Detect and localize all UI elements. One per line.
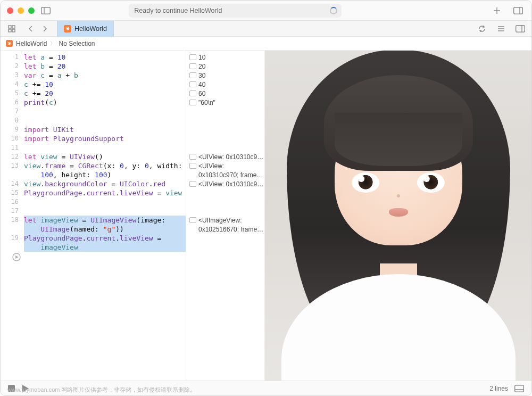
tab-helloworld[interactable]: HelloWorld	[57, 21, 114, 37]
add-icon[interactable]	[490, 5, 504, 16]
code-line[interactable]: 6print(c)	[1, 98, 186, 107]
code-line[interactable]: 12let view = UIView()	[1, 152, 186, 161]
result-line[interactable]	[186, 107, 264, 116]
code-content[interactable]	[24, 116, 186, 125]
result-line[interactable]: <UIView: 0x10310c97…	[186, 179, 264, 188]
code-line[interactable]: 2let b = 20	[1, 62, 186, 71]
code-content[interactable]: let b = 20	[24, 62, 186, 71]
code-content[interactable]: import UIKit	[24, 125, 186, 134]
code-content[interactable]: view.frame = CGRect(x: 0, y: 0, width:	[24, 161, 186, 170]
quicklook-icon[interactable]	[189, 90, 196, 96]
maximize-window-button[interactable]	[28, 7, 35, 14]
quicklook-icon[interactable]	[189, 217, 196, 223]
code-line[interactable]: 9import UIKit	[1, 125, 186, 134]
quicklook-icon[interactable]	[189, 181, 196, 187]
code-content[interactable]: c += 20	[24, 89, 186, 98]
quicklook-icon[interactable]	[189, 81, 196, 87]
code-content[interactable]: UIImage(named: "g"))	[24, 225, 186, 234]
tab-label: HelloWorld	[74, 25, 107, 32]
code-content[interactable]	[24, 143, 186, 152]
code-line[interactable]: 18let imageView = UIImageView(image:	[1, 216, 186, 225]
close-window-button[interactable]	[7, 7, 13, 14]
result-line[interactable]	[186, 234, 264, 243]
minimize-window-button[interactable]	[18, 7, 24, 14]
result-line[interactable]	[186, 125, 264, 134]
code-content[interactable]: var c = a + b	[24, 71, 186, 80]
code-content[interactable]: import PlaygroundSupport	[24, 134, 186, 143]
code-content[interactable]: imageView	[24, 243, 186, 252]
adjust-editor-icon[interactable]	[494, 23, 508, 35]
result-line[interactable]: 60	[186, 89, 264, 98]
code-line[interactable]: 10import PlaygroundSupport	[1, 134, 186, 143]
quicklook-icon[interactable]	[189, 54, 196, 60]
quicklook-icon[interactable]	[189, 154, 196, 160]
quicklook-icon[interactable]	[189, 63, 196, 69]
code-content[interactable]: PlaygroundPage.current.liveView =	[24, 234, 186, 243]
code-content[interactable]	[24, 197, 186, 207]
results-sidebar[interactable]: 1020304060"60\n"<UIView: 0x10310c97…<UIV…	[186, 51, 264, 381]
result-line[interactable]	[186, 243, 264, 252]
code-content[interactable]: view.backgroundColor = UIColor.red	[24, 179, 186, 188]
code-line[interactable]: imageView	[1, 243, 186, 252]
code-line[interactable]: UIImage(named: "g"))	[1, 225, 186, 234]
breadcrumb[interactable]: HelloWorld 〉 No Selection	[1, 37, 531, 51]
preview-image	[265, 51, 531, 381]
code-line[interactable]: 19PlaygroundPage.current.liveView =	[1, 234, 186, 243]
debug-area-toggle-icon[interactable]	[514, 385, 524, 392]
code-content[interactable]: PlaygroundPage.current.liveView = view	[24, 188, 186, 197]
forward-button[interactable]	[38, 23, 52, 35]
result-line[interactable]: 10	[186, 53, 264, 62]
result-line[interactable]	[186, 197, 264, 207]
inspector-toggle-icon[interactable]	[513, 23, 527, 35]
code-line[interactable]: 17	[1, 207, 186, 216]
quicklook-icon[interactable]	[189, 100, 196, 105]
quicklook-icon[interactable]	[189, 163, 196, 169]
code-editor[interactable]: 1let a = 102let b = 203var c = a + b4c +…	[1, 51, 186, 381]
result-line[interactable]: 0x102516670; frame…	[186, 225, 264, 234]
result-value: <UIImageView:	[198, 217, 242, 224]
result-line[interactable]: 0x10310c970; frame…	[186, 170, 264, 179]
code-content[interactable]: c += 10	[24, 80, 186, 89]
code-content[interactable]	[24, 107, 186, 116]
quicklook-icon[interactable]	[189, 72, 196, 78]
result-line[interactable]: 20	[186, 62, 264, 71]
result-value: 40	[198, 81, 205, 88]
code-line[interactable]: 16	[1, 197, 186, 207]
result-line[interactable]	[186, 134, 264, 143]
result-line[interactable]	[186, 116, 264, 125]
result-line[interactable]: <UIView: 0x10310c97…	[186, 152, 264, 161]
code-line[interactable]: 7	[1, 107, 186, 116]
library-icon[interactable]	[511, 5, 525, 16]
code-content[interactable]	[24, 207, 186, 216]
result-line[interactable]: <UIImageView:	[186, 216, 264, 225]
result-line[interactable]: "60\n"	[186, 98, 264, 107]
activity-status-field[interactable]: Ready to continue HelloWorld	[129, 4, 342, 18]
code-line[interactable]: 5c += 20	[1, 89, 186, 98]
refresh-icon[interactable]	[475, 23, 489, 35]
code-line[interactable]: 11	[1, 143, 186, 152]
result-line[interactable]	[186, 143, 264, 152]
code-line[interactable]: 8	[1, 116, 186, 125]
code-content[interactable]: let view = UIView()	[24, 152, 186, 161]
code-line[interactable]: 13view.frame = CGRect(x: 0, y: 0, width:	[1, 161, 186, 170]
back-button[interactable]	[24, 23, 38, 35]
related-items-icon[interactable]	[5, 23, 19, 35]
sidebar-toggle-icon[interactable]	[39, 5, 53, 16]
line-number: 6	[1, 98, 24, 107]
code-line[interactable]: 4c += 10	[1, 80, 186, 89]
result-line[interactable]: <UIView:	[186, 161, 264, 170]
code-line[interactable]: 1let a = 10	[1, 53, 186, 62]
result-line[interactable]: 30	[186, 71, 264, 80]
result-line[interactable]: 40	[186, 80, 264, 89]
code-content[interactable]: 100, height: 100)	[24, 170, 186, 179]
result-line[interactable]	[186, 188, 264, 197]
execute-line-icon[interactable]	[12, 253, 21, 261]
code-content[interactable]: print(c)	[24, 98, 186, 107]
result-line[interactable]	[186, 207, 264, 216]
code-line[interactable]: 14view.backgroundColor = UIColor.red	[1, 179, 186, 188]
code-content[interactable]: let imageView = UIImageView(image:	[24, 216, 186, 225]
code-line[interactable]: 3var c = a + b	[1, 71, 186, 80]
code-line[interactable]: 100, height: 100)	[1, 170, 186, 179]
code-content[interactable]: let a = 10	[24, 53, 186, 62]
code-line[interactable]: 15PlaygroundPage.current.liveView = view	[1, 188, 186, 197]
